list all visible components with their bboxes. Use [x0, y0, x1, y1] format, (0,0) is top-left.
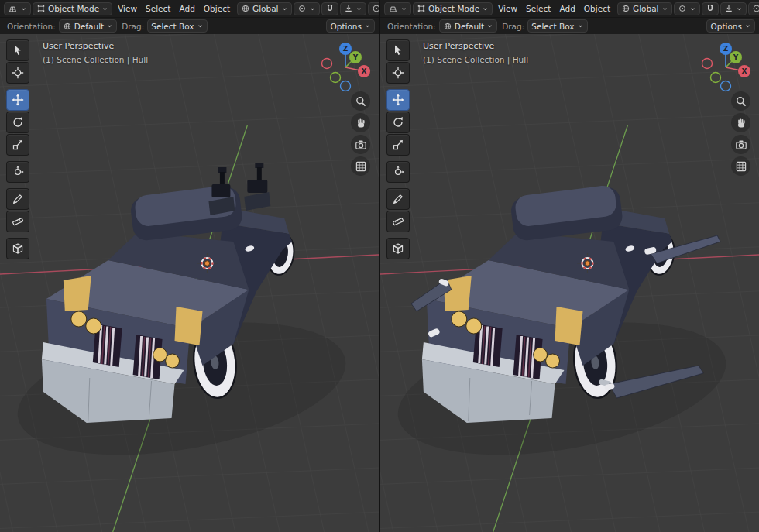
tool-transform[interactable]: [386, 161, 410, 183]
menu-select[interactable]: Select: [142, 3, 174, 14]
pivot-point-button[interactable]: [294, 2, 320, 15]
tool-cursor[interactable]: [386, 62, 410, 84]
snap-toggle-button[interactable]: [702, 2, 719, 15]
options-dropdown[interactable]: Options: [326, 19, 375, 33]
menu-object[interactable]: Object: [580, 3, 614, 14]
tool-move[interactable]: [6, 89, 29, 111]
snap-settings-button[interactable]: [340, 2, 366, 15]
tool-add-cube[interactable]: [386, 238, 410, 259]
cursor-icon: [12, 67, 24, 79]
mode-select[interactable]: Object Mode: [33, 2, 112, 15]
gizmo-axis-z-neg[interactable]: [721, 81, 731, 91]
gizmo-axis-y-neg[interactable]: [711, 73, 721, 83]
pivot-point-button[interactable]: [674, 2, 700, 15]
tool-measure[interactable]: [6, 211, 29, 232]
toolbar: [6, 39, 29, 259]
scale-icon: [12, 139, 24, 151]
drag-setting-value: Select Box: [151, 22, 194, 31]
pivot-point-icon: [297, 4, 307, 13]
scene-canvas[interactable]: [0, 34, 379, 532]
gizmo-axis-z-neg[interactable]: [341, 81, 351, 91]
drag-dropdown[interactable]: Select Box: [527, 19, 587, 33]
tool-select-box[interactable]: [386, 39, 410, 61]
snap-target-icon: [344, 4, 353, 13]
viewport-3d[interactable]: User Perspective (1) Scene Collection | …: [380, 34, 759, 532]
transform-orientation-button[interactable]: Global: [617, 2, 672, 15]
globe-icon: [241, 4, 250, 13]
pan-button[interactable]: [731, 113, 750, 132]
tool-rotate[interactable]: [6, 112, 29, 133]
orientation-setting-value: Default: [74, 22, 104, 31]
tool-rotate[interactable]: [386, 112, 410, 133]
tool-settings-bar: Orientation: Default Drag: Select Box Op…: [0, 17, 379, 34]
tool-measure[interactable]: [386, 211, 410, 232]
orientation-dropdown[interactable]: Default: [439, 19, 497, 33]
annotate-icon: [392, 193, 404, 205]
chevron-down-icon: [281, 5, 288, 12]
drag-dropdown[interactable]: Select Box: [147, 19, 207, 33]
camera-view-button[interactable]: [351, 135, 370, 154]
navigation-gizmo[interactable]: Z Y X: [315, 37, 376, 98]
gizmo-z-label: Z: [723, 45, 729, 53]
navigation-gizmo[interactable]: Z Y X: [695, 37, 756, 98]
zoom-icon: [355, 95, 367, 108]
proportional-editing-button[interactable]: [748, 2, 759, 15]
move-icon: [12, 94, 24, 106]
snap-target-icon: [724, 4, 733, 13]
zoom-button[interactable]: [731, 91, 750, 111]
mode-select[interactable]: Object Mode: [413, 2, 493, 15]
tool-select-box[interactable]: [6, 39, 29, 61]
tool-scale[interactable]: [386, 134, 410, 156]
editor-type-icon: [8, 4, 18, 14]
proportional-editing-icon: [372, 4, 379, 13]
menu-object[interactable]: Object: [200, 3, 234, 14]
snap-settings-button[interactable]: [720, 2, 747, 15]
menu-view[interactable]: View: [494, 3, 521, 14]
perspective-toggle-button[interactable]: [731, 156, 750, 176]
zoom-icon: [735, 95, 747, 108]
gizmo-axis-y-neg[interactable]: [331, 73, 341, 83]
gizmo-x-label: X: [362, 67, 367, 75]
menu-add[interactable]: Add: [555, 3, 579, 14]
perspective-toggle-button[interactable]: [351, 156, 370, 176]
orientation-dropdown[interactable]: Default: [59, 19, 117, 33]
editor-type-button[interactable]: [384, 2, 411, 15]
camera-view-button[interactable]: [731, 135, 750, 154]
viewport-nav-buttons: [731, 91, 750, 176]
viewport-3d[interactable]: User Perspective (1) Scene Collection | …: [0, 34, 379, 532]
drag-setting-label: Drag:: [502, 22, 524, 31]
object-mode-icon: [36, 4, 46, 13]
tool-annotate[interactable]: [6, 188, 29, 210]
orientation-value: Global: [633, 4, 659, 13]
measure-icon: [12, 215, 24, 228]
transform-orientation-button[interactable]: Global: [237, 2, 292, 15]
options-dropdown[interactable]: Options: [706, 19, 755, 33]
tool-settings-bar: Orientation: Default Drag: Select Box Op…: [380, 17, 759, 34]
scene-canvas[interactable]: [380, 34, 759, 532]
proportional-editing-button[interactable]: [368, 2, 379, 15]
select-box-icon: [392, 44, 404, 57]
tool-annotate[interactable]: [386, 188, 410, 210]
magnet-icon: [325, 4, 335, 13]
pivot-point-icon: [678, 4, 687, 13]
gizmo-axis-x-neg[interactable]: [322, 59, 332, 69]
tool-add-cube[interactable]: [6, 238, 29, 259]
pan-button[interactable]: [351, 113, 370, 132]
chevron-down-icon: [744, 22, 751, 29]
snap-toggle-button[interactable]: [321, 2, 338, 15]
tool-transform[interactable]: [6, 161, 29, 183]
tool-move[interactable]: [386, 89, 410, 111]
gizmo-y-label: Y: [733, 53, 739, 61]
zoom-button[interactable]: [351, 91, 370, 111]
menu-select[interactable]: Select: [522, 3, 555, 14]
blender-split-view: Object Mode View Select Add Object Globa…: [0, 0, 759, 532]
editor-type-button[interactable]: [4, 2, 31, 15]
gizmo-z-label: Z: [343, 45, 349, 53]
add-cube-icon: [392, 242, 404, 255]
tool-cursor[interactable]: [6, 62, 29, 84]
menu-view[interactable]: View: [114, 3, 141, 14]
menu-add[interactable]: Add: [175, 3, 198, 14]
gizmo-axis-x-neg[interactable]: [702, 59, 713, 69]
tool-scale[interactable]: [6, 134, 29, 156]
globe-icon: [621, 4, 630, 13]
